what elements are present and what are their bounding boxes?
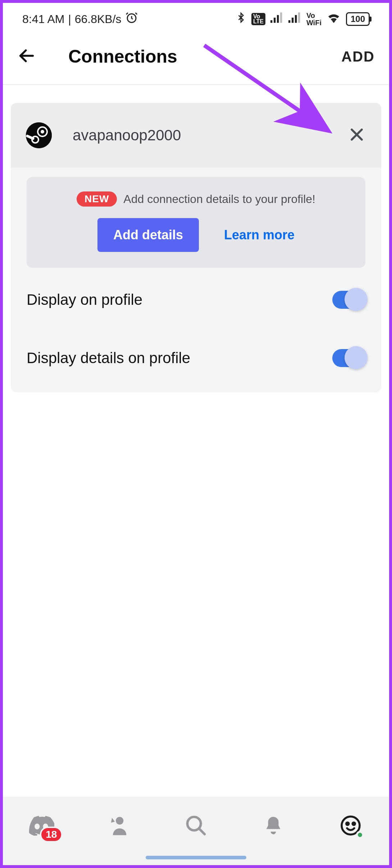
status-time: 8:41 AM [22,13,64,26]
header: Connections ADD [3,35,389,85]
page-title: Connections [68,46,309,67]
alarm-icon [125,11,138,27]
steam-icon [26,122,52,148]
promo-header: NEW Add connection details to your profi… [77,191,315,207]
svg-point-22 [352,823,355,825]
bluetooth-icon [236,11,246,27]
add-button[interactable]: ADD [341,49,375,65]
connection-card: avapanoop2000 NEW Add connection details… [11,103,381,392]
status-bar: 8:41 AM | 66.8KB/s VoLTE Vo WiFi 100 [3,3,389,35]
svg-point-17 [116,817,123,824]
status-right: VoLTE Vo WiFi 100 [236,11,370,27]
svg-rect-7 [295,15,297,23]
new-badge: NEW [77,191,117,207]
svg-rect-4 [280,13,282,23]
status-left: 8:41 AM | 66.8KB/s [22,11,138,27]
toggle-label: Display on profile [27,291,142,308]
toggle-label: Display details on profile [27,349,190,367]
promo-buttons: Add details Learn more [97,218,295,252]
learn-more-link[interactable]: Learn more [224,227,295,243]
svg-rect-2 [274,18,275,23]
signal-icon-1 [270,12,283,26]
nav-notifications-icon[interactable] [257,809,290,842]
connection-row: avapanoop2000 [11,103,381,168]
svg-line-19 [199,828,205,834]
svg-rect-1 [270,20,272,23]
svg-rect-8 [298,13,300,23]
add-details-button[interactable]: Add details [97,218,199,252]
nav-badge: 18 [40,827,63,842]
toggle-display-details: Display details on profile [11,320,381,392]
vowifi-icon: Vo WiFi [306,12,322,26]
nav-search-icon[interactable] [180,809,212,842]
volte-icon: VoLTE [251,13,265,25]
bottom-nav: 18 [3,797,389,865]
status-dot [356,831,364,839]
svg-rect-3 [277,15,279,23]
close-icon[interactable] [348,126,365,145]
back-button[interactable] [17,46,36,67]
switch-display-details[interactable] [332,349,365,367]
switch-display-profile[interactable] [332,291,365,309]
nav-friends-icon[interactable] [102,809,135,842]
signal-icon-2 [288,12,301,26]
promo-box: NEW Add connection details to your profi… [27,177,365,268]
status-speed: 66.8KB/s [75,13,122,26]
svg-rect-6 [292,18,293,23]
home-indicator [146,856,246,859]
wifi-icon [327,12,341,26]
connection-name: avapanoop2000 [73,127,327,144]
toggle-display-profile: Display on profile [11,268,381,320]
svg-point-21 [346,823,348,825]
promo-text: Add connection details to your profile! [123,193,315,206]
svg-point-12 [41,130,44,134]
svg-rect-5 [288,20,290,23]
nav-discord-icon[interactable]: 18 [25,809,58,842]
nav-profile-icon[interactable] [334,809,367,842]
battery-icon: 100 [346,12,370,26]
